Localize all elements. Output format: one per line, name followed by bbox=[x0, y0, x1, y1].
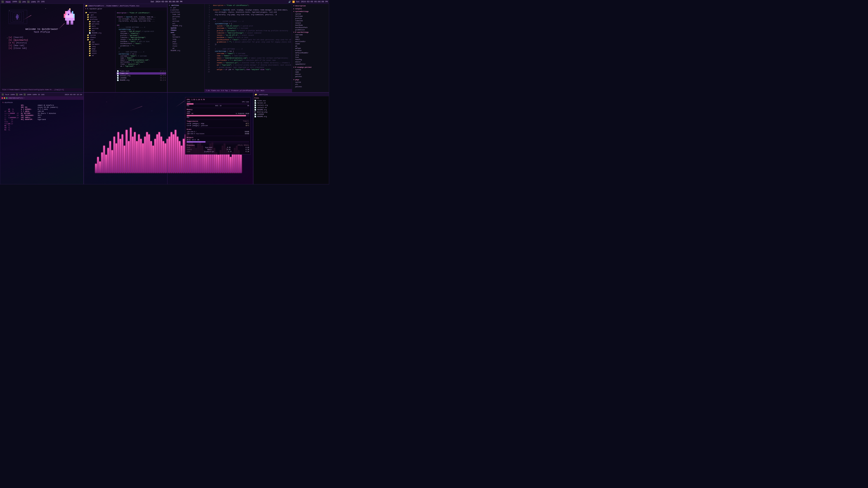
fm-tree-patches[interactable]: 📁 patches bbox=[84, 16, 115, 18]
symbols-np-patches[interactable]: patches bbox=[292, 75, 329, 78]
fm-tree-app[interactable]: 📁 app bbox=[84, 41, 115, 43]
fm-tree-worklab[interactable]: 📁 worklab bbox=[84, 27, 115, 30]
fm-tree-readme[interactable]: 📄 README.org bbox=[84, 32, 115, 34]
nvim-tree-patches[interactable]: ▶ patches bbox=[167, 9, 204, 11]
fm-file-readmeorg[interactable]: 📄 README.org 34.2 K bbox=[116, 79, 166, 81]
symbols-system[interactable]: system bbox=[292, 13, 329, 15]
nvim-tree-system[interactable]: system bbox=[167, 27, 204, 29]
nvim-tree-dotfiles[interactable]: ▼ .dotfiles bbox=[167, 4, 204, 6]
br-file-4[interactable]: 📄 install.sh bbox=[254, 106, 328, 109]
fm-tree-personal[interactable]: 📁 personal bbox=[84, 23, 115, 25]
fm-tree-profiles[interactable]: 📁 profiles bbox=[84, 18, 115, 21]
symbols-pkgs-src[interactable]: src bbox=[292, 84, 329, 86]
qute-menu: [o] [Search] [b] [Quickmarks] [S h] [His… bbox=[8, 36, 75, 50]
fm-tree-user[interactable]: 📁 user bbox=[84, 39, 115, 41]
nvim-tree-personal[interactable]: personal bbox=[167, 15, 204, 18]
fm-tree-homelab[interactable]: 📁 home.lab bbox=[84, 21, 115, 23]
symbols-wmtype[interactable]: wmType bbox=[292, 47, 329, 50]
close-button[interactable] bbox=[2, 97, 3, 99]
fm-tree-style[interactable]: 📁 style bbox=[84, 52, 115, 55]
symbols-pkgs-system[interactable]: system bbox=[292, 81, 329, 84]
fm-tree-hardware[interactable]: 📁 hardware bbox=[84, 43, 115, 45]
fm-file-flakelock[interactable]: 📄 Flake.lock 27.5 K bbox=[116, 70, 166, 72]
fm-tree[interactable]: 📁 .dotfiles 📁 .git 📁 patches 📁 profiles … bbox=[84, 11, 116, 92]
nvim-tree-themes[interactable]: themes bbox=[167, 29, 204, 31]
symbols-editor[interactable]: editor bbox=[292, 61, 329, 63]
nvim-tree-shell[interactable]: shell bbox=[167, 43, 204, 45]
br-file-2[interactable]: 📄 harden.sh bbox=[254, 102, 328, 104]
fm-tree-themes[interactable]: 📁 themes bbox=[84, 36, 115, 39]
nvim-tree-lang[interactable]: lang bbox=[167, 38, 204, 40]
symbols-timezone[interactable]: timezone bbox=[292, 20, 329, 22]
symbols-browser[interactable]: browser bbox=[292, 50, 329, 52]
fm-tree-pkgs[interactable]: 📁 pkgs bbox=[84, 48, 115, 50]
nvim-tree-readme1[interactable]: README.org bbox=[167, 25, 204, 27]
fm-tree-git[interactable]: 📁 .git bbox=[84, 14, 115, 16]
nvim-left-tree[interactable]: ▼ .dotfiles ▶ .git ▶ patches ▼ profiles … bbox=[167, 4, 205, 92]
mem-label: ⬛ 20% bbox=[19, 1, 26, 3]
nvim-tree-wm[interactable]: wm bbox=[167, 47, 204, 50]
symbols-np-system[interactable]: system bbox=[292, 69, 329, 71]
symbols-email[interactable]: email bbox=[292, 38, 329, 40]
symbols-theme[interactable]: theme bbox=[292, 43, 329, 45]
fm-file-license[interactable]: 📄 LICENSE 34.2 K bbox=[116, 77, 166, 79]
nvim-tree-app[interactable]: app bbox=[167, 34, 204, 36]
symbols-username[interactable]: username bbox=[292, 34, 329, 36]
symbols-hostname[interactable]: hostname bbox=[292, 15, 329, 18]
symbols-fontpkg[interactable]: fontPkg bbox=[292, 59, 329, 61]
fm-tree-system[interactable]: 📁 system bbox=[84, 34, 115, 36]
nvim-tree-user[interactable]: user bbox=[167, 31, 204, 34]
nvim-tree-pkgs2[interactable]: pkgs bbox=[167, 40, 204, 43]
symbols-defaultroamdir[interactable]: defaultRoamDir bbox=[292, 52, 329, 54]
symbols-wm[interactable]: wm bbox=[292, 45, 329, 47]
nvim-tree-readme2[interactable]: README.org bbox=[167, 50, 204, 52]
br-file-6[interactable]: 🖼 desktop.png bbox=[254, 111, 328, 113]
qute-menu-new-tab[interactable]: [t] [New tab] bbox=[8, 44, 75, 47]
br-file-5[interactable]: 📄 README.org bbox=[254, 109, 328, 111]
symbols-bootmode[interactable]: bootMode bbox=[292, 24, 329, 26]
fm-tree-dotfiles[interactable]: 📁 .dotfiles bbox=[84, 11, 115, 14]
code-line: dotfilesDir = "~/.dotfiles"; bbox=[117, 61, 166, 63]
br-file-1[interactable]: 📄 flake.nix bbox=[254, 100, 328, 102]
nvim-tree-profiles[interactable]: ▼ profiles bbox=[167, 11, 204, 13]
symbols-name[interactable]: name bbox=[292, 36, 329, 38]
symbols-term[interactable]: term bbox=[292, 54, 329, 56]
symbols-np-editor[interactable]: editor bbox=[292, 73, 329, 75]
nvim-tree-style[interactable]: style bbox=[167, 45, 204, 47]
br-file-3[interactable]: 📄 install.org bbox=[254, 104, 328, 106]
fm-tree-work[interactable]: 📁 work bbox=[84, 25, 115, 27]
qute-menu-search[interactable]: [o] [Search] bbox=[8, 36, 75, 39]
fm-tree-lang[interactable]: 📁 lang bbox=[84, 45, 115, 48]
qute-menu-history[interactable]: [S h] [History] bbox=[8, 41, 75, 44]
fm-file-installorg[interactable]: 📄 install.org 10.4 K bbox=[116, 74, 166, 77]
qute-menu-close-tab[interactable]: [x] [Close tab] bbox=[8, 47, 75, 50]
fm-file-flakenix[interactable]: 📄 flake.nix 2.26 K bbox=[116, 72, 166, 74]
br-file-8[interactable]: 📄 README.org bbox=[254, 116, 328, 118]
nvim-tree-hardware[interactable]: hardware bbox=[167, 36, 204, 38]
nvim-tree-wsl[interactable]: wsl bbox=[167, 22, 204, 25]
symbols-font[interactable]: font bbox=[292, 56, 329, 59]
fm-tree-wsl[interactable]: 📁 wsl bbox=[84, 30, 115, 32]
symbols-profile[interactable]: profile bbox=[292, 18, 329, 20]
fm-content[interactable]: description = "Flake of LibrePhoenix"; o… bbox=[116, 11, 167, 92]
symbols-locale[interactable]: locale bbox=[292, 22, 329, 24]
symbols-np-name[interactable]: name bbox=[292, 71, 329, 73]
symbols-bootmountpath[interactable]: bootMountPath bbox=[292, 26, 329, 29]
nvim-tree-work[interactable]: work bbox=[167, 18, 204, 20]
code-line: profile = "personal"; bbox=[117, 35, 166, 37]
maximize-button[interactable] bbox=[6, 97, 7, 99]
nvim-tree-homelab[interactable]: home.lab bbox=[167, 13, 204, 15]
nvim-tree-worklab[interactable]: worklab bbox=[167, 20, 204, 22]
nvim-code-area[interactable]: 1234567891011121314151617181920212223242… bbox=[205, 4, 292, 89]
nvim-tree-git[interactable]: ▶ .git bbox=[167, 6, 204, 9]
br-file-7[interactable]: 📄 LICENSE bbox=[254, 113, 328, 116]
symbols-spawneditor[interactable]: spawnEditor bbox=[292, 63, 329, 65]
symbols-grubdevice[interactable]: grubDevice bbox=[292, 29, 329, 31]
qute-menu-quickmarks[interactable]: [b] [Quickmarks] bbox=[8, 39, 75, 41]
workspace-label[interactable]: Tech bbox=[5, 1, 11, 3]
minimize-button[interactable] bbox=[4, 97, 5, 99]
fm-tree-shell[interactable]: 📁 shell bbox=[84, 50, 115, 52]
fm-tree-wm[interactable]: 📁 wm bbox=[84, 55, 115, 57]
symbols-pkgs-patches[interactable]: patches bbox=[292, 86, 329, 88]
symbols-dotfilesdir[interactable]: dotfilesDir bbox=[292, 40, 329, 43]
